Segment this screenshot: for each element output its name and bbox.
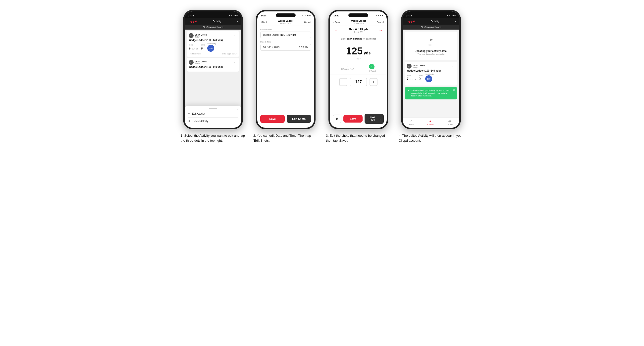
phone-2-screen: 14:38 ▲▲▲ ≋ ⊠ < Back Wedge Ladder 06 Mar…	[257, 11, 314, 128]
phone-1-time: 14:38	[188, 14, 194, 17]
phone-2-nav-center: Wedge Ladder 06 Mar 2023	[278, 20, 294, 24]
phone-2-col: 14:38 ▲▲▲ ≋ ⊠ < Back Wedge Ladder 06 Mar…	[253, 10, 318, 143]
phone-2-bottom-btns: Save Edit Shots	[260, 115, 311, 123]
practice-title-label: Practice Title	[260, 28, 311, 30]
shots-label-1: Shots	[201, 44, 205, 46]
phone-2-notch	[276, 13, 296, 17]
nav-capture[interactable]: ⊕ Capture	[447, 119, 453, 125]
phone-1-notch	[203, 13, 223, 17]
phone-4-viewing-bar: ⊟ Viewing Activities	[402, 25, 459, 29]
phone-1-screen: 14:38 ▲▲▲ ≋ ⊠ clippd Activity ≡ ⊟ Viewin…	[185, 11, 242, 128]
footer-data-1: Data: Clippd Capture	[222, 53, 238, 55]
phone-2-cancel-button[interactable]: Cancel	[304, 21, 311, 23]
delete-activity-button[interactable]: 🗑 Delete Activity	[188, 118, 238, 124]
nav-home[interactable]: ⌂ Home	[409, 119, 414, 125]
footer-info-1: ℹ Test Information	[188, 53, 201, 55]
hit-target-label: Hit Target	[368, 70, 376, 72]
clippd-logo-1: clippd	[188, 19, 197, 23]
capture-icon: ⊕	[448, 119, 451, 123]
shot-header: ← Shot 6, 125 yds Score 7/9 →	[330, 26, 387, 35]
phone-4-user-info: JC Josh Coles Today	[406, 64, 425, 69]
date-day: 06	[263, 46, 266, 49]
phone-1-menu-icon[interactable]: ≡	[237, 20, 238, 23]
shot-title: Shot 6, 125 yds	[348, 28, 368, 31]
phone-3-nav-center: Wedge Ladder 06 Mar 2023	[350, 20, 366, 24]
quality-label-1: Shot Quality	[207, 43, 216, 44]
phone-4-menu-icon[interactable]: ≡	[455, 20, 456, 23]
edit-icon: ✎	[188, 112, 190, 115]
next-shot-button[interactable]: Next Shot →	[364, 114, 384, 124]
phone-1-card1-header: JC Josh Coles Today ···	[188, 33, 238, 38]
phone-1-card-2[interactable]: JC Josh Coles Today ··· Wedge Ladder (10…	[187, 58, 240, 72]
phone-2-nav-title: Wedge Ladder	[278, 20, 294, 22]
phone-4-bottom-nav: ⌂ Home ♦ Activities ⊕ Capture	[402, 117, 459, 128]
phone-2-edit-shots-button[interactable]: Edit Shots	[287, 115, 311, 123]
phone-1-card1-stats: Score 9 OUT OF Shots 9 Shot Quality 130	[188, 43, 238, 52]
distance-input[interactable]	[350, 78, 367, 86]
caption-2: 2. You can edit Date and Time. Then tap …	[253, 134, 311, 143]
difference-metric: 2 Difference (yds)	[341, 64, 354, 72]
sliders-icon-4: ⊟	[421, 26, 423, 28]
phone-3-back-button[interactable]: < Back	[333, 21, 340, 23]
phone-3-screen: 14:39 ▲▲▲ ≋ ⊠ < Back Wedge Ladder 06 Mar…	[330, 11, 387, 128]
nav-activities[interactable]: ♦ Activities	[427, 119, 434, 125]
shots-label-4: Shots	[419, 75, 423, 76]
toast-close-button[interactable]: ✕	[453, 89, 455, 92]
phone-3-col: 14:39 ▲▲▲ ≋ ⊠ < Back Wedge Ladder 06 Mar…	[326, 10, 391, 143]
hit-target-icon: ✓	[369, 64, 374, 69]
date-time-row[interactable]: 06 / 03 / 2023 1:13 PM	[260, 44, 311, 51]
next-shot-arrow[interactable]: →	[379, 28, 383, 33]
increment-button[interactable]: +	[370, 78, 378, 86]
phone-4-avatar: JC	[406, 64, 412, 69]
date-month: 03	[268, 46, 271, 49]
distance-unit: yds	[364, 51, 371, 55]
caption-4-container: 4. The edited Activity will then appear …	[399, 133, 463, 143]
context-menu: ✕ ✎ Edit Activity 🗑 Delete Activity	[185, 106, 242, 128]
prev-shot-arrow[interactable]: ←	[334, 28, 338, 33]
score-label-1: Score	[188, 44, 198, 46]
home-icon: ⌂	[410, 119, 412, 123]
phone-1: 14:38 ▲▲▲ ≋ ⊠ clippd Activity ≡ ⊟ Viewin…	[183, 10, 243, 129]
quality-badge-1: 130	[207, 45, 214, 52]
edit-activity-button[interactable]: ✎ Edit Activity	[188, 111, 238, 117]
phone-1-dots-1[interactable]: ···	[234, 34, 238, 37]
caption-2-container: 2. You can edit Date and Time. Then tap …	[253, 133, 318, 143]
phone-2-time: 14:38	[261, 14, 266, 17]
edit-activity-label: Edit Activity	[192, 112, 205, 115]
phone-1-dots-2[interactable]: ···	[234, 61, 238, 64]
phone-1-avatar-1: JC	[188, 33, 194, 38]
phone-4-header-title: Activity	[430, 20, 439, 23]
phone-1-card-1[interactable]: JC Josh Coles Today ··· Wedge Ladder (10…	[187, 31, 240, 57]
distance-input-row: − +	[330, 75, 387, 89]
toast-text: 'Wedge Ladder (100–140 yds)' was updated…	[411, 89, 452, 97]
delete-shot-button[interactable]: 🗑	[333, 115, 342, 123]
check-icon: ✓	[407, 89, 410, 92]
phone-4-dots[interactable]: ···	[452, 65, 456, 68]
phone-4-time: 14:38	[406, 14, 412, 17]
context-close-button[interactable]: ✕	[236, 108, 238, 111]
phone-4-activity-card[interactable]: JC Josh Coles Today ··· Wedge Ladder (10…	[404, 62, 457, 86]
phone-2-back-button[interactable]: < Back	[260, 21, 267, 23]
golf-flag-icon	[407, 36, 455, 48]
phone-3-status-icons: ▲▲▲ ≋ ⊠	[374, 15, 383, 17]
phone-3-notch	[348, 13, 368, 17]
clippd-logo-4: clippd	[406, 19, 415, 23]
phone-1-username-1: Josh Coles	[195, 33, 207, 36]
phone-1-date-1: Today	[195, 36, 207, 38]
phone-3: 14:39 ▲▲▲ ≋ ⊠ < Back Wedge Ladder 06 Mar…	[328, 10, 388, 129]
phone-3-cancel-button[interactable]: Cancel	[377, 21, 384, 23]
practice-title-input[interactable]: Wedge Ladder (100–140 yds)	[260, 31, 311, 38]
decrement-button[interactable]: −	[339, 78, 347, 86]
phone-4-notch	[421, 13, 441, 17]
phone-3-save-button[interactable]: Save	[344, 115, 362, 123]
phone-1-card1-title: Wedge Ladder (100–140 yds)	[188, 39, 238, 41]
phone-4-col: 14:38 ▲▲▲ ≋ ⊠ clippd Activity ≡ ⊟ Viewin…	[399, 10, 463, 143]
loading-state: Updating your activity data. This may ta…	[404, 31, 457, 60]
phone-4-status-icons: ▲▲▲ ≋ ⊠	[447, 15, 456, 17]
phone-1-card1-footer: ℹ Test Information Data: Clippd Capture	[188, 53, 238, 55]
phone-2-save-button[interactable]: Save	[260, 115, 285, 123]
phone-2-form: Practice Title Wedge Ladder (100–140 yds…	[257, 26, 314, 56]
phone-1-user-info-1: JC Josh Coles Today	[188, 33, 207, 38]
distance-value: 125	[346, 45, 363, 56]
context-handle	[209, 108, 217, 109]
